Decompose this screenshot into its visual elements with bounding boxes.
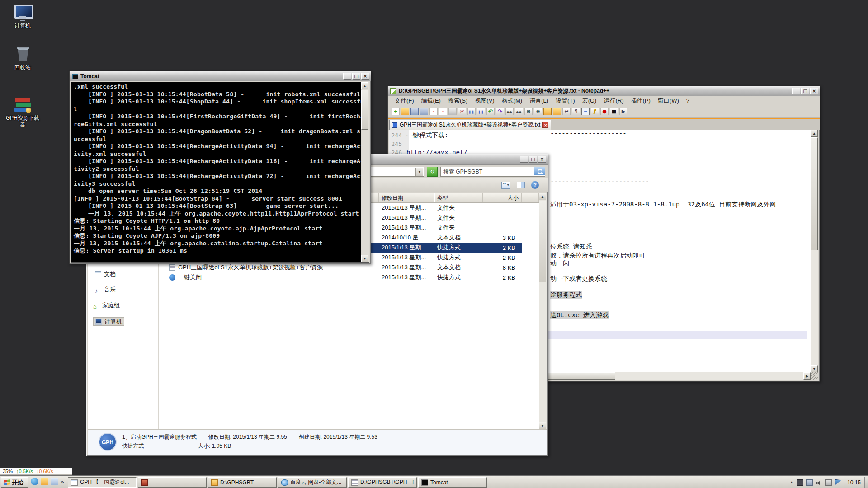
- toolbar-icon[interactable]: [553, 108, 561, 115]
- taskbar-button[interactable]: [138, 477, 207, 488]
- toolbar-icon[interactable]: [591, 108, 599, 115]
- notepad-vertical-scrollbar[interactable]: ▲ ▼: [811, 130, 818, 372]
- quick-launch-icon[interactable]: [51, 478, 58, 485]
- toolbar-icon[interactable]: [562, 108, 571, 115]
- menu-item[interactable]: 编辑(E): [418, 96, 444, 105]
- notepad-titlebar[interactable]: D:\GPHSGBT\GPH三国霸途ol S1永久单机珍藏版+架设视频+客户资源…: [388, 86, 820, 96]
- toolbar-icon[interactable]: [610, 108, 618, 115]
- menu-item[interactable]: 搜索(S): [445, 96, 471, 105]
- nav-item[interactable]: 家庭组: [91, 301, 122, 310]
- show-desktop-button[interactable]: [864, 477, 868, 488]
- start-button[interactable]: 开始: [1, 477, 28, 488]
- toolbar-icon[interactable]: [410, 108, 419, 115]
- toolbar-icon[interactable]: [486, 108, 495, 115]
- toolbar-icon[interactable]: [505, 108, 514, 115]
- tomcat-titlebar[interactable]: Tomcat _ □ ×: [70, 71, 371, 81]
- search-icon[interactable]: [534, 167, 545, 175]
- document-tab[interactable]: GPH三国霸途ol S1永久单机珍藏版+架设视频+客户资源.txt ×: [389, 120, 551, 130]
- nav-item[interactable]: 计算机: [93, 317, 124, 326]
- clock[interactable]: 10:15: [844, 479, 863, 486]
- maximize-button[interactable]: □: [352, 73, 360, 80]
- quick-launch-icon[interactable]: [31, 478, 38, 485]
- minimize-button[interactable]: _: [343, 73, 351, 80]
- column-header-type[interactable]: 类型: [434, 193, 483, 202]
- toolbar-icon[interactable]: [572, 108, 580, 115]
- toolbar-icon[interactable]: [439, 108, 447, 115]
- quick-launch-icon[interactable]: [41, 478, 48, 485]
- menu-item[interactable]: 插件(P): [627, 96, 653, 105]
- close-button[interactable]: ×: [361, 73, 369, 80]
- toolbar-icon[interactable]: [543, 108, 552, 115]
- toolbar-icon[interactable]: [496, 108, 504, 115]
- toolbar-icon[interactable]: [420, 108, 428, 115]
- toolbar-icon[interactable]: [619, 108, 627, 115]
- tray-icon[interactable]: [806, 479, 813, 486]
- column-header-size[interactable]: 大小: [483, 193, 522, 202]
- taskbar-button-label: 百度云 网盘-全部文...: [290, 479, 341, 486]
- taskbar-button[interactable]: GPH 【三国霸途ol...: [68, 477, 137, 488]
- taskbar-button[interactable]: Tomcat: [418, 477, 487, 488]
- desktop-icon-recycle-bin[interactable]: 回收站: [4, 45, 42, 70]
- menu-item[interactable]: 窗口(W): [655, 96, 682, 105]
- toolbar-icon[interactable]: [524, 108, 533, 115]
- toolbar-icon[interactable]: [458, 108, 466, 115]
- file-type: 文件夹: [434, 214, 483, 222]
- toolbar-icon[interactable]: [429, 108, 438, 115]
- menu-item[interactable]: 视图(V): [472, 96, 497, 105]
- menu-item[interactable]: 文件(F): [392, 96, 417, 105]
- column-header-date[interactable]: 修改日期: [379, 193, 434, 202]
- tray-icon[interactable]: [825, 479, 832, 486]
- chevron-down-icon[interactable]: ▼: [415, 168, 423, 176]
- quick-launch-overflow-icon[interactable]: »: [61, 479, 64, 485]
- nav-item[interactable]: 音乐: [93, 285, 118, 294]
- menu-item[interactable]: ?: [683, 97, 693, 104]
- preview-pane-icon[interactable]: [517, 182, 525, 188]
- menu-item[interactable]: 设置(T): [552, 96, 578, 105]
- toolbar-icon[interactable]: [448, 108, 457, 115]
- minimize-button[interactable]: _: [520, 156, 528, 163]
- tray-icon[interactable]: [797, 479, 803, 486]
- menu-item[interactable]: 语言(L): [526, 96, 552, 105]
- desktop-icon-gph-downloader[interactable]: GPH资源下载器: [4, 96, 42, 127]
- views-icon[interactable]: ☷ ▾: [501, 182, 510, 189]
- desktop-icon-computer[interactable]: 计算机: [4, 4, 42, 29]
- menu-item[interactable]: 运行(R): [600, 96, 627, 105]
- search-box[interactable]: [440, 167, 545, 177]
- resize-grip[interactable]: [811, 372, 818, 380]
- menu-item[interactable]: 格式(M): [499, 96, 526, 105]
- console-scrollbar[interactable]: ▲ ▼: [361, 82, 369, 262]
- taskbar-button[interactable]: D:\GPHSGBT: [208, 477, 277, 488]
- toolbar-icon[interactable]: [600, 108, 609, 115]
- toolbar-icon[interactable]: [392, 108, 400, 115]
- toolbar-icon[interactable]: [515, 108, 523, 115]
- menu-item[interactable]: 宏(O): [579, 96, 600, 105]
- minimize-button[interactable]: _: [792, 88, 800, 94]
- tray-icon[interactable]: [816, 479, 822, 486]
- close-button[interactable]: ×: [538, 156, 546, 163]
- maximize-button[interactable]: □: [529, 156, 537, 163]
- taskbar-button-icon: [141, 479, 148, 486]
- toolbar-icon[interactable]: [477, 108, 485, 115]
- search-input[interactable]: [440, 167, 545, 177]
- taskbar-button-label: D:\GPHSGBT: [220, 479, 254, 486]
- download-speed: ↓0.6K/s: [37, 469, 53, 474]
- text-fragment: 动一下或者更换系统: [550, 275, 607, 283]
- file-row[interactable]: 一键关闭 2015/1/13 星期... 快捷方式 2 KB: [160, 272, 522, 282]
- toolbar-icon[interactable]: [401, 108, 409, 115]
- tab-close-icon[interactable]: ×: [542, 122, 548, 128]
- close-button[interactable]: ×: [810, 88, 818, 94]
- nav-item[interactable]: 文档: [93, 270, 118, 278]
- file-date: 2014/10/10 星...: [379, 234, 434, 242]
- tray-icon[interactable]: [835, 479, 841, 486]
- toolbar-icon[interactable]: [467, 108, 476, 115]
- file-list-scrollbar[interactable]: ▲ ▼: [539, 193, 547, 429]
- help-icon[interactable]: ?: [531, 181, 539, 189]
- hidden-icons-chevron[interactable]: ▲: [790, 480, 793, 484]
- taskbar-button[interactable]: 百度云 网盘-全部文...: [278, 477, 347, 488]
- taskbar-button[interactable]: D:\GPHSGBT\GPH三国...: [348, 477, 417, 488]
- maximize-button[interactable]: □: [801, 88, 809, 94]
- console-line: [INFO ] 2015-01-13 10:15:44[FirstRecharg…: [74, 113, 360, 121]
- toolbar-icon[interactable]: [581, 108, 590, 115]
- toolbar-icon[interactable]: [534, 108, 542, 115]
- refresh-button[interactable]: ↻: [427, 167, 438, 177]
